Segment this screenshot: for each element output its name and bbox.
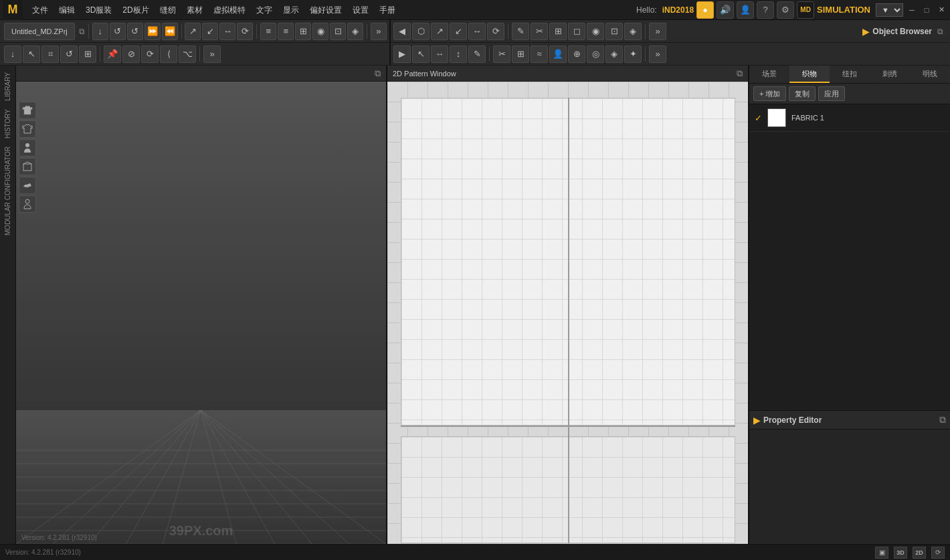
t2-fold-btn[interactable]: ⌥ <box>179 45 196 63</box>
t2r-select-btn[interactable]: ↖ <box>412 45 430 63</box>
sidebar-history[interactable]: HISTORY <box>3 105 13 143</box>
close-btn[interactable]: ✕ <box>935 4 947 16</box>
t2-lasso-btn[interactable]: ⌗ <box>41 45 59 63</box>
fabric-item-1[interactable]: ✓ FABRIC 1 <box>749 104 950 132</box>
3d-icon-avatar2[interactable] <box>19 195 36 213</box>
menu-material[interactable]: 素材 <box>181 0 208 20</box>
menu-edit[interactable]: 编辑 <box>54 0 80 20</box>
t2r-tool4-btn[interactable]: ✎ <box>468 45 486 63</box>
right-panel-expand-icon[interactable]: ⧉ <box>937 27 943 36</box>
3d-tool-11[interactable]: ≡ <box>278 23 294 40</box>
t2r-tool10-btn[interactable]: ◎ <box>587 45 604 63</box>
ob-tab-embroidery[interactable]: 刺绣 <box>870 66 910 83</box>
menu-help[interactable]: 手册 <box>374 0 401 20</box>
t2-unpin-btn[interactable]: ⊘ <box>122 45 140 63</box>
2d-tool-3[interactable]: ↙ <box>450 23 467 40</box>
t2r-tool3-btn[interactable]: ↕ <box>450 45 467 63</box>
t2-reset-btn[interactable]: ⟳ <box>141 45 159 63</box>
3d-icon-avatar[interactable] <box>19 139 36 157</box>
logo2-btn[interactable]: MD <box>797 1 814 19</box>
2d-tool-10[interactable]: ◉ <box>587 23 604 40</box>
3d-tool-expand[interactable]: » <box>371 23 387 40</box>
3d-tool-13[interactable]: ◉ <box>312 23 328 40</box>
t2-scale-btn[interactable]: ⊞ <box>79 45 96 63</box>
3d-icon-shirt1[interactable] <box>19 102 36 119</box>
help-btn[interactable]: ? <box>757 1 774 19</box>
2d-tool-2[interactable]: ↗ <box>431 23 448 40</box>
2d-tool-6[interactable]: ✎ <box>512 23 529 40</box>
3d-tool-8[interactable]: ↔ <box>219 23 235 40</box>
copy-fabric-btn[interactable]: 复制 <box>789 86 816 101</box>
t2-rotate-btn[interactable]: ↺ <box>60 45 78 63</box>
menu-sewing[interactable]: 缝纫 <box>155 0 181 20</box>
menu-3d-garment[interactable]: 3D服装 <box>80 0 117 20</box>
t2r-pin2-btn[interactable]: ⊕ <box>568 45 585 63</box>
t2-move-btn[interactable]: ↓ <box>4 45 21 63</box>
menu-text[interactable]: 文字 <box>251 0 278 20</box>
3d-tool-9[interactable]: ⟳ <box>237 23 253 40</box>
2d-tool-8[interactable]: ⊞ <box>549 23 567 40</box>
simulation-dropdown[interactable]: ▼ <box>876 3 903 17</box>
3d-tool-6[interactable]: ↗ <box>185 23 201 40</box>
3d-tab-expand-icon[interactable]: ⧉ <box>79 27 85 36</box>
menu-display[interactable]: 显示 <box>278 0 304 20</box>
t2r-tool12-btn[interactable]: ✦ <box>624 45 642 63</box>
3d-view-expand[interactable]: ⧉ <box>375 68 381 79</box>
speaker-btn[interactable]: 🔊 <box>717 1 734 19</box>
ob-tab-scene[interactable]: 场景 <box>749 66 789 83</box>
minimize-btn[interactable]: ─ <box>906 4 918 16</box>
t2r-sew-btn[interactable]: ✂ <box>493 45 510 63</box>
t2-expand-btn[interactable]: » <box>203 45 221 63</box>
restore-btn[interactable]: □ <box>921 4 933 16</box>
2d-tool-4[interactable]: ↔ <box>468 23 486 40</box>
ob-tab-button[interactable]: 纽扣 <box>830 66 870 83</box>
2d-tool-12[interactable]: ◈ <box>624 23 642 40</box>
3d-tool-12[interactable]: ⊞ <box>295 23 311 40</box>
sidebar-modular[interactable]: MODULAR CONFIGURATOR <box>3 143 13 240</box>
add-fabric-btn[interactable]: + 增加 <box>753 86 786 101</box>
2d-view-expand[interactable]: ⧉ <box>737 68 743 79</box>
3d-view-tab[interactable]: Untitled_MD.ZPrj <box>4 23 75 40</box>
3d-tool-15[interactable]: ◈ <box>347 23 363 40</box>
layout-reset-btn[interactable]: ⟳ <box>931 547 945 559</box>
2d-tool-9[interactable]: ◻ <box>568 23 585 40</box>
3d-tool-10[interactable]: ≡ <box>260 23 276 40</box>
t2-morph-btn[interactable]: ⟨ <box>160 45 177 63</box>
menu-2d-pattern[interactable]: 2D板片 <box>117 0 154 20</box>
t2-pin-btn[interactable]: 📌 <box>104 45 121 63</box>
3d-tool-3[interactable]: ↺ <box>127 23 143 40</box>
2d-tool-5[interactable]: ⟳ <box>487 23 504 40</box>
property-editor-expand-icon[interactable]: ⧉ <box>939 414 946 426</box>
menu-avatar[interactable]: 虚拟模特 <box>208 0 251 20</box>
layout-split-btn[interactable]: ▣ <box>875 547 888 559</box>
t2r-sew3-btn[interactable]: ≈ <box>531 45 548 63</box>
3d-tool-1[interactable]: ↓ <box>92 23 108 40</box>
3d-tool-7[interactable]: ↙ <box>202 23 218 40</box>
2d-tool-expand[interactable]: » <box>649 23 666 40</box>
3d-icon-box[interactable] <box>19 158 36 175</box>
t2r-expand-btn[interactable]: » <box>649 45 666 63</box>
menu-file[interactable]: 文件 <box>27 0 54 20</box>
t2r-sew2-btn[interactable]: ⊞ <box>512 45 529 63</box>
3d-icon-shirt2[interactable] <box>19 120 36 138</box>
3d-tool-4[interactable]: ⏩ <box>145 23 161 40</box>
sidebar-library[interactable]: LIBRARY <box>3 68 13 105</box>
2d-tool-11[interactable]: ⊡ <box>605 23 623 40</box>
t2r-avatar-btn[interactable]: 👤 <box>549 45 567 63</box>
3d-icon-shoe[interactable] <box>19 177 36 194</box>
t2-select-btn[interactable]: ↖ <box>23 45 40 63</box>
2d-tool-7[interactable]: ✂ <box>531 23 548 40</box>
3d-tool-5[interactable]: ⏪ <box>162 23 178 40</box>
t2r-play-btn[interactable]: ▶ <box>393 45 411 63</box>
menu-settings[interactable]: 设置 <box>347 0 374 20</box>
2d-tool-1[interactable]: ⬡ <box>412 23 430 40</box>
layout-2d-btn[interactable]: 2D <box>913 547 926 559</box>
layout-3d-btn[interactable]: 3D <box>894 547 907 559</box>
ob-tab-topstitch[interactable]: 明线 <box>910 66 950 83</box>
config-btn[interactable]: ⚙ <box>777 1 794 19</box>
menu-preferences[interactable]: 偏好设置 <box>304 0 347 20</box>
ob-tab-fabric[interactable]: 织物 <box>789 66 830 83</box>
gold-btn[interactable]: ● <box>696 1 714 19</box>
apply-fabric-btn[interactable]: 应用 <box>818 86 845 101</box>
3d-tool-14[interactable]: ⊡ <box>330 23 346 40</box>
